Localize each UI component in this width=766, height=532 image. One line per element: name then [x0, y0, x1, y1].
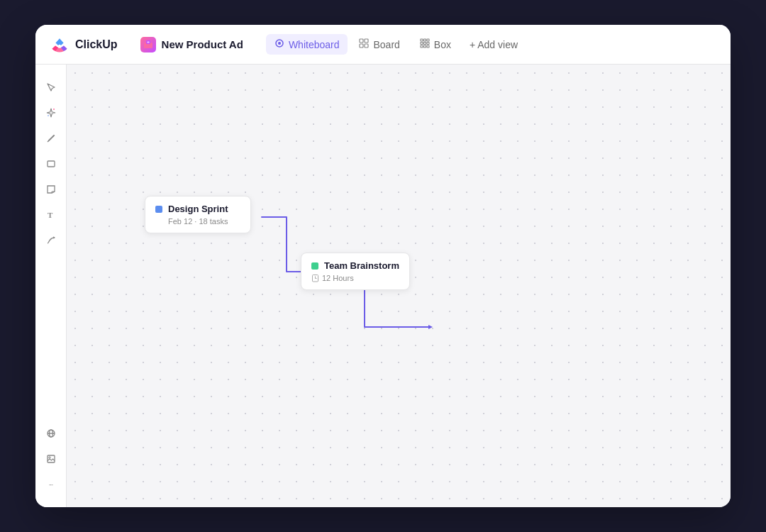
tool-text[interactable]: T	[40, 204, 62, 226]
tool-select[interactable]	[40, 76, 62, 99]
tool-image[interactable]	[40, 448, 62, 470]
tool-sticky[interactable]	[40, 178, 62, 201]
svg-rect-17	[427, 45, 429, 48]
svg-rect-8	[365, 44, 368, 48]
svg-text:T: T	[48, 211, 53, 219]
svg-rect-5	[360, 39, 363, 43]
tab-box-label: Box	[434, 39, 451, 50]
card-meta: Feb 12 · 18 tasks	[155, 217, 240, 226]
svg-rect-13	[423, 43, 426, 45]
tool-rectangle[interactable]	[40, 153, 62, 175]
card-hours: 12 Hours	[322, 274, 354, 282]
svg-rect-12	[421, 43, 423, 45]
main-content: T ···	[35, 65, 731, 507]
svg-rect-6	[365, 39, 368, 43]
logo-area[interactable]: ClickUp	[50, 35, 118, 55]
card-meta: 12 Hours	[311, 274, 399, 282]
tab-box[interactable]: Box	[411, 34, 460, 55]
card-design-sprint[interactable]: Design Sprint Feb 12 · 18 tasks	[145, 196, 251, 233]
svg-rect-15	[421, 45, 423, 48]
toolbar-sidebar: T ···	[35, 65, 67, 507]
tool-more[interactable]: ···	[40, 473, 62, 496]
tool-pen[interactable]	[40, 127, 62, 150]
tool-globe[interactable]	[40, 422, 62, 445]
project-name-area[interactable]: New Product Ad	[135, 34, 249, 55]
card-title: Design Sprint	[168, 204, 228, 214]
svg-rect-7	[360, 44, 363, 48]
svg-rect-11	[427, 39, 429, 41]
svg-rect-2	[147, 41, 149, 43]
svg-rect-20	[48, 161, 55, 167]
card-color-indicator	[311, 262, 318, 270]
add-view-label: + Add view	[470, 39, 518, 50]
project-icon	[140, 37, 156, 52]
tab-whiteboard[interactable]: Whiteboard	[266, 34, 348, 55]
project-name: New Product Ad	[162, 38, 243, 50]
tab-board[interactable]: Board	[350, 34, 408, 55]
card-header: Design Sprint	[155, 204, 240, 214]
add-view-button[interactable]: + Add view	[462, 35, 525, 55]
board-icon	[359, 38, 369, 50]
tool-magic[interactable]	[40, 101, 62, 124]
svg-point-18	[53, 109, 55, 110]
card-color-indicator	[155, 206, 162, 213]
canvas[interactable]: Design Sprint Feb 12 · 18 tasks Team Bra…	[67, 65, 731, 507]
app-window: ClickUp New Product Ad Whi	[35, 25, 731, 507]
whiteboard-icon	[274, 38, 284, 50]
nav-tabs: Whiteboard Board	[266, 34, 525, 55]
svg-rect-10	[423, 39, 426, 41]
svg-rect-25	[48, 455, 55, 462]
svg-point-19	[48, 115, 49, 116]
card-team-brainstorm[interactable]: Team Brainstorm 12 Hours	[301, 253, 410, 290]
svg-point-4	[278, 42, 281, 45]
svg-marker-28	[428, 325, 433, 329]
svg-rect-16	[423, 45, 426, 48]
tab-whiteboard-label: Whiteboard	[289, 39, 340, 50]
card-header: Team Brainstorm	[311, 260, 399, 271]
header: ClickUp New Product Ad Whi	[35, 25, 731, 65]
svg-point-26	[48, 457, 50, 458]
clock-icon	[311, 275, 319, 282]
svg-rect-14	[427, 43, 429, 45]
app-name: ClickUp	[75, 38, 118, 51]
tab-board-label: Board	[373, 39, 399, 50]
card-title: Team Brainstorm	[324, 260, 399, 271]
clickup-logo-icon	[50, 35, 70, 55]
box-icon	[420, 38, 430, 50]
svg-rect-9	[421, 39, 423, 41]
tool-connector[interactable]	[40, 229, 62, 252]
